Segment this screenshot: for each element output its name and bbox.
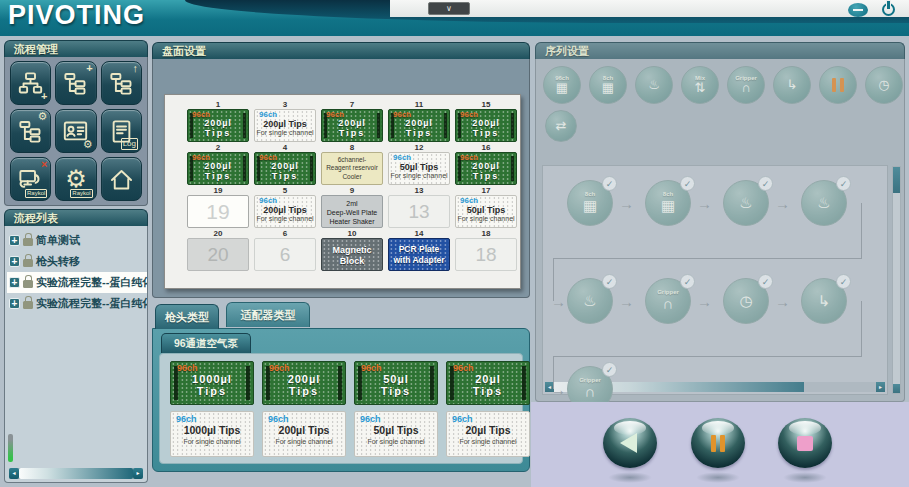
labware-tile[interactable]: 6channel-Reagent reservoirCooler xyxy=(321,152,383,185)
deck-setup-title: 盘面设置 xyxy=(152,42,530,59)
labware-tile[interactable]: 96ch200µlTips xyxy=(254,152,316,185)
labware-tile[interactable]: 2mlDeep-Well PlateHeater Shaker xyxy=(321,195,383,228)
scrollbar-thumb[interactable] xyxy=(893,167,900,193)
labware-tile[interactable]: 96ch200µl TipsFor single channel xyxy=(254,109,316,142)
scroll-left-icon[interactable]: ◂ xyxy=(9,468,19,479)
stop-button[interactable] xyxy=(778,418,832,468)
tip-option-96ch-20µl[interactable]: 96ch20µlTips xyxy=(446,361,530,405)
log-button[interactable]: Log xyxy=(101,109,142,153)
slot-number: 4 xyxy=(254,143,316,152)
export-flow-button[interactable]: ↑ xyxy=(101,61,142,105)
slot-number: 14 xyxy=(388,229,450,238)
labware-tile[interactable]: 96ch50µl TipsFor single channel xyxy=(388,152,450,185)
pause-button[interactable] xyxy=(691,418,745,468)
tab-adapter-types[interactable]: 适配器类型 xyxy=(226,302,310,327)
chevron-down-icon[interactable]: ∨ xyxy=(428,2,470,15)
labware-tile[interactable]: 19 xyxy=(187,195,249,228)
labware-tile[interactable]: 6 xyxy=(254,238,316,271)
check-icon: ✓ xyxy=(680,176,695,191)
back-button[interactable] xyxy=(603,418,657,468)
deck-slot-12: 1296ch50µl TipsFor single channel xyxy=(388,143,450,185)
process-list-hscrollbar[interactable]: ◂ ▸ xyxy=(9,468,143,479)
list-scroll-indicator[interactable] xyxy=(8,434,13,462)
slot-number: 6 xyxy=(254,229,316,238)
process-list-item[interactable]: +简单测试 xyxy=(7,230,147,251)
pause-icon[interactable] xyxy=(819,66,857,104)
disconnect-device-button[interactable]: ×Raykol xyxy=(10,157,51,201)
flow-step-heater-shaker[interactable]: ♨✓ xyxy=(723,180,769,226)
expand-plus-icon[interactable]: + xyxy=(9,235,20,246)
labware-tile[interactable]: MagneticBlock xyxy=(321,238,383,271)
scroll-right-icon[interactable]: ▸ xyxy=(133,468,143,479)
pipette-8ch-icon[interactable]: 8ch▦ xyxy=(589,66,627,104)
expand-plus-icon[interactable]: + xyxy=(9,277,20,288)
flow-step-tip-discard[interactable]: ↳✓ xyxy=(801,278,847,324)
transfer-icon[interactable]: ⇄ xyxy=(545,110,577,142)
mix-icon[interactable]: Mix⇅ xyxy=(681,66,719,104)
labware-tile[interactable]: 96ch200µlTips xyxy=(455,109,517,142)
check-icon: ✓ xyxy=(758,274,773,289)
device-settings-button[interactable]: ⚙Raykol xyxy=(55,157,96,201)
slot-number: 16 xyxy=(455,143,517,152)
expand-plus-icon[interactable]: + xyxy=(9,298,20,309)
tip-option-single-50µl Tips[interactable]: 96ch50µl TipsFor single channel xyxy=(354,411,438,457)
new-flowchart-button-badge-icon: + xyxy=(41,91,47,102)
scroll-down-icon[interactable] xyxy=(893,384,900,393)
labware-tile[interactable]: 96ch200µlTips xyxy=(187,109,249,142)
tip-option-single-20µl Tips[interactable]: 96ch20µl TipsFor single channel xyxy=(446,411,530,457)
pipette-96ch-icon[interactable]: 96ch▦ xyxy=(543,66,581,104)
flow-step-pipette-8ch[interactable]: 8ch▦✓ xyxy=(567,180,613,226)
labware-tile[interactable]: 96ch200µlTips xyxy=(455,152,517,185)
slot-number: 17 xyxy=(455,186,517,195)
labware-tile[interactable]: 13 xyxy=(388,195,450,228)
flow-step-pipette-8ch[interactable]: 8ch▦✓ xyxy=(645,180,691,226)
deck-area: 196ch200µlTips396ch200µl TipsFor single … xyxy=(164,94,521,289)
slot-number: 2 xyxy=(187,143,249,152)
process-list-item[interactable]: +枪头转移 xyxy=(7,251,147,272)
slot-number: 1 xyxy=(187,100,249,109)
process-list-item[interactable]: +实验流程完整--蛋白纯化 xyxy=(7,272,147,293)
new-flowchart-button[interactable]: + xyxy=(10,61,51,105)
add-flow-node-button[interactable]: + xyxy=(55,61,96,105)
flow-step-heater-shaker[interactable]: ♨✓ xyxy=(567,278,613,324)
scrollbar-thumb[interactable] xyxy=(19,468,133,479)
labware-tile[interactable]: 96ch200µlTips xyxy=(321,109,383,142)
flow-arrow-icon: → xyxy=(619,294,634,309)
labware-tile[interactable]: PCR Platewith Adapter xyxy=(388,238,450,271)
gripper-icon[interactable]: Gripper∩ xyxy=(727,66,765,104)
tip-option-96ch-1000µl[interactable]: 96ch1000µlTips xyxy=(170,361,254,405)
home-button[interactable] xyxy=(101,157,142,201)
heater-shaker-icon[interactable]: ♨ xyxy=(635,66,673,104)
step-palette-row2: ⇄ xyxy=(545,110,577,142)
flow-step-timer[interactable]: ◷✓ xyxy=(723,278,769,324)
pause-icon xyxy=(711,435,725,452)
tab-tip-types[interactable]: 枪头类型 xyxy=(155,304,219,329)
expand-plus-icon[interactable]: + xyxy=(9,256,20,267)
tip-option-96ch-200µl[interactable]: 96ch200µlTips xyxy=(262,361,346,405)
minimize-button[interactable] xyxy=(848,3,868,17)
power-button[interactable] xyxy=(882,2,897,16)
deck-slot-18: 1818 xyxy=(455,229,517,271)
labware-tile[interactable]: 96ch200µlTips xyxy=(388,109,450,142)
tip-option-single-1000µl Tips[interactable]: 96ch1000µl TipsFor single channel xyxy=(170,411,254,457)
flow-vscrollbar[interactable] xyxy=(892,166,901,394)
flow-settings-button[interactable]: ⚙ xyxy=(10,109,51,153)
subtab-96ch-air-pump[interactable]: 96通道空气泵 xyxy=(161,333,251,353)
timer-icon[interactable]: ◷ xyxy=(865,66,903,104)
flow-settings-button-badge-icon: ⚙ xyxy=(37,111,47,122)
tip-option-single-200µl Tips[interactable]: 96ch200µl TipsFor single channel xyxy=(262,411,346,457)
user-settings-button[interactable]: ⚙ xyxy=(55,109,96,153)
labware-tile[interactable]: 96ch200µl TipsFor single channel xyxy=(254,195,316,228)
tip-discard-icon[interactable]: ↳ xyxy=(773,66,811,104)
labware-tile[interactable]: 96ch50µl TipsFor single channel xyxy=(455,195,517,228)
flow-step-heater-shaker[interactable]: ♨✓ xyxy=(801,180,847,226)
labware-tile[interactable]: 18 xyxy=(455,238,517,271)
scroll-right-icon[interactable]: ▸ xyxy=(876,382,885,392)
deck-slot-1: 196ch200µlTips xyxy=(187,100,249,142)
tip-option-96ch-50µl[interactable]: 96ch50µlTips xyxy=(354,361,438,405)
flow-step-gripper[interactable]: Gripper∩✓ xyxy=(645,278,691,324)
labware-tile[interactable]: 96ch200µlTips xyxy=(187,152,249,185)
process-list-item[interactable]: +实验流程完整--蛋白纯化 1列 3 xyxy=(7,293,147,314)
stop-icon xyxy=(797,436,813,451)
labware-tile[interactable]: 20 xyxy=(187,238,249,271)
